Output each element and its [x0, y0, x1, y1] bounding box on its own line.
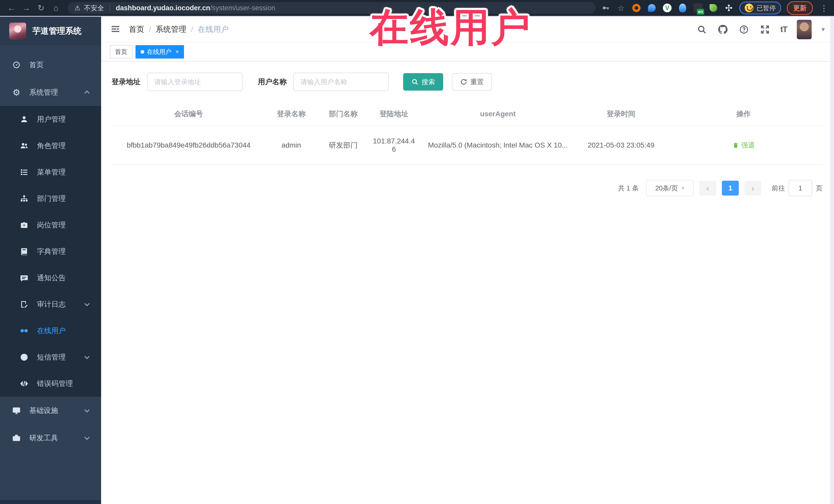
sidebar-item-online-users[interactable]: 在线用户: [0, 317, 101, 344]
tab-home[interactable]: 首页: [110, 45, 132, 59]
app-title: 芋道管理系统: [32, 25, 82, 37]
column-header-actions: 操作: [665, 103, 822, 126]
sidebar-item-post-management[interactable]: 岗位管理: [0, 212, 101, 238]
sidebar-item-dictionary-management[interactable]: 字典管理: [0, 238, 101, 265]
select-caret-icon: ▾: [682, 185, 684, 192]
not-secure-label[interactable]: 不安全: [84, 4, 104, 13]
sidebar-item-home[interactable]: 首页: [0, 51, 101, 79]
search-icon[interactable]: [696, 24, 707, 35]
browser-extensions-area: ☆ V en ✣ 已暂停 更新 ⋮: [601, 1, 829, 15]
sidebar-bottom-strip: [0, 500, 101, 504]
sidebar-item-notice-announcement[interactable]: 通知公告: [0, 265, 101, 291]
sidebar-item-sms-management[interactable]: 短信管理: [0, 344, 101, 370]
extension-green-leaf-icon[interactable]: [708, 3, 718, 13]
extension-green-v-icon[interactable]: V: [662, 3, 672, 13]
extension-blue-flame-icon[interactable]: [678, 3, 687, 13]
trash-icon: [732, 142, 739, 149]
github-icon[interactable]: [717, 24, 728, 35]
sidebar-item-user-management[interactable]: 用户管理: [0, 106, 101, 132]
goto-page-group: 前往 页: [772, 180, 822, 196]
user-avatar[interactable]: [797, 20, 812, 39]
browser-back-button[interactable]: ←: [5, 2, 18, 14]
reset-button[interactable]: 重置: [452, 73, 492, 91]
sidebar-item-label: 角色管理: [37, 141, 66, 151]
force-logout-button[interactable]: 强退: [732, 140, 755, 150]
help-icon[interactable]: [738, 24, 750, 35]
table-header-row: 会话编号 登录名称 部门名称 登陆地址 userAgent 登录时间 操作: [112, 103, 822, 126]
menu-list-icon: [19, 167, 29, 177]
sidebar-item-label: 研发工具: [29, 433, 58, 443]
cell-dept-name: 研发部门: [317, 126, 370, 165]
extensions-pinwheel-icon[interactable]: ✣: [724, 3, 734, 13]
browser-reload-button[interactable]: ↻: [35, 2, 48, 14]
sidebar-item-infrastructure[interactable]: 基础设施: [0, 397, 101, 424]
prev-page-button[interactable]: ‹: [699, 181, 716, 196]
gear-icon: ⚙: [11, 87, 22, 97]
hamburger-icon[interactable]: [110, 24, 122, 35]
fullscreen-icon[interactable]: [759, 24, 771, 35]
tab-online-users[interactable]: 在线用户 ×: [135, 45, 184, 59]
search-button[interactable]: 搜索: [403, 73, 443, 91]
org-tree-icon: [19, 194, 29, 204]
page-scrollbar[interactable]: [830, 17, 834, 504]
sidebar-item-error-code-management[interactable]: 错误码管理: [0, 370, 101, 397]
sidebar-item-label: 菜单管理: [37, 167, 66, 177]
sidebar-item-system-management[interactable]: ⚙ 系统管理: [0, 79, 101, 106]
cell-login-name: admin: [266, 126, 317, 165]
sidebar-item-label: 首页: [29, 60, 44, 70]
sidebar-item-menu-management[interactable]: 菜单管理: [0, 159, 101, 185]
sidebar-item-label: 字典管理: [37, 247, 66, 256]
cell-login-address: 101.87.244.46: [370, 126, 418, 165]
sidebar-menu: 首页 ⚙ 系统管理 用户管理 角色管理: [0, 45, 101, 452]
app-window: 芋道管理系统 首页 ⚙ 系统管理 用户管理: [0, 16, 834, 504]
page-url: dashboard.yudao.iocoder.cn/system/user-s…: [116, 4, 275, 12]
sidebar-item-label: 在线用户: [37, 326, 66, 336]
page-size-select[interactable]: 20条/页 ▾: [646, 180, 694, 196]
active-tab-dot: [140, 50, 144, 53]
sidebar-item-label: 错误码管理: [37, 379, 73, 389]
browser-forward-button[interactable]: →: [20, 2, 33, 14]
font-size-icon[interactable]: tT: [781, 25, 787, 34]
sidebar-item-label: 短信管理: [37, 352, 66, 362]
next-page-button[interactable]: ›: [744, 181, 761, 196]
column-header-login-time: 登录时间: [577, 103, 665, 126]
password-key-icon[interactable]: [601, 3, 611, 13]
breadcrumb-system-management[interactable]: 系统管理: [155, 24, 186, 35]
breadcrumb-home[interactable]: 首页: [129, 24, 144, 35]
extension-sql-icon[interactable]: en: [693, 3, 703, 13]
sidebar-item-department-management[interactable]: 部门管理: [0, 185, 101, 212]
login-address-input[interactable]: [147, 73, 242, 91]
username-input[interactable]: [293, 73, 389, 91]
chevron-down-icon: [83, 407, 91, 414]
extension-orange-ring-icon[interactable]: [632, 3, 641, 13]
profile-paused-chip[interactable]: 已暂停: [739, 2, 781, 14]
force-logout-label: 强退: [741, 140, 755, 150]
sidebar-item-label: 通知公告: [37, 273, 66, 283]
column-header-session-id: 会话编号: [112, 103, 266, 126]
goto-page-input[interactable]: [789, 180, 812, 196]
online-users-table: 会话编号 登录名称 部门名称 登陆地址 userAgent 登录时间 操作 bf…: [112, 103, 822, 165]
cell-login-time: 2021-05-03 23:05:49: [577, 126, 665, 165]
breadcrumb-current-page: 在线用户: [198, 24, 229, 35]
page-number-1[interactable]: 1: [722, 181, 739, 196]
browser-home-button[interactable]: ⌂: [49, 2, 63, 14]
tab-close-icon[interactable]: ×: [176, 48, 179, 55]
dev-tools-icon: [11, 433, 22, 443]
not-secure-warning-icon: ⚠: [74, 4, 80, 12]
user-menu-caret-icon[interactable]: ▾: [821, 25, 825, 34]
browser-menu-kebab-icon[interactable]: ⋮: [819, 4, 829, 13]
chevron-down-icon: [83, 353, 91, 361]
browser-update-button[interactable]: 更新: [787, 1, 813, 15]
bookmark-star-icon[interactable]: ☆: [616, 3, 626, 13]
sidebar-item-role-management[interactable]: 角色管理: [0, 132, 101, 159]
extension-blue-drop-icon[interactable]: [647, 3, 657, 13]
column-header-login-name: 登录名称: [266, 103, 317, 126]
cell-actions: 强退: [665, 126, 822, 165]
sidebar-logo-row[interactable]: 芋道管理系统: [0, 17, 101, 45]
sidebar-item-dev-tools[interactable]: 研发工具: [0, 424, 101, 452]
username-label: 用户名称: [258, 77, 287, 87]
sidebar-item-label: 岗位管理: [37, 220, 66, 230]
sidebar-item-label: 系统管理: [29, 88, 58, 97]
sidebar-item-audit-log[interactable]: 审计日志: [0, 291, 101, 317]
column-header-user-agent: userAgent: [418, 103, 577, 126]
